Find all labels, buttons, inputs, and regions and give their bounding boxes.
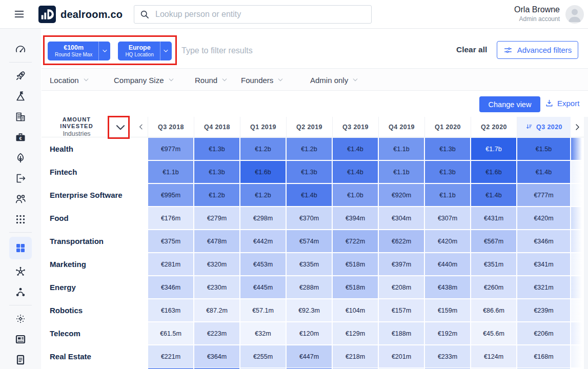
clear-all-button[interactable]: Clear all <box>456 45 487 54</box>
heatmap-cell: €1.4b <box>332 137 378 160</box>
heatmap-cell: €159m <box>424 299 471 322</box>
column-header-q2-2019[interactable]: Q2 2019 <box>286 117 332 137</box>
column-header-q4-2019[interactable]: Q4 2019 <box>378 117 424 137</box>
heatmap-cell: €281m <box>148 253 194 276</box>
heatmap-cell: €1.0b <box>332 183 378 207</box>
quick-filter-company-size[interactable]: Company Size <box>114 69 175 91</box>
dashboard-grid-icon <box>14 242 27 254</box>
row-label-transportation[interactable]: Transportation <box>42 230 134 253</box>
user-role: Admin account <box>514 15 560 23</box>
investment-heatmap-table: AMOUNT INVESTED Industries Q3 2018Q4 201… <box>42 117 584 369</box>
sidebar-item-news[interactable] <box>9 329 32 350</box>
sidebar-item-grid-dots[interactable] <box>9 209 32 230</box>
sidebar-item-network[interactable] <box>9 261 32 282</box>
sidebar-item-dashboard-grid[interactable] <box>9 237 32 259</box>
heatmap-cell: €104m <box>332 299 378 322</box>
chevron-down-icon <box>102 48 108 54</box>
heatmap-cell: €61.5m <box>148 322 194 345</box>
heatmap-cell: €157m <box>378 299 424 322</box>
heatmap-cell: €341m <box>517 253 571 276</box>
sidebar-item-rocket[interactable] <box>9 66 32 86</box>
row-label-real-estate[interactable]: Real Estate <box>42 345 134 368</box>
column-header-q2-2020[interactable]: Q2 2020 <box>471 117 517 137</box>
heatmap-cell: €206m <box>517 322 571 345</box>
heatmap-cell: €1.4b <box>471 183 517 207</box>
quick-filter-location[interactable]: Location <box>50 69 90 91</box>
column-header-q3-2018[interactable]: Q3 2018 <box>148 117 194 137</box>
heatmap-cell: €129m <box>332 322 378 345</box>
heatmap-cell: €431m <box>471 207 517 230</box>
heatmap-cell: €176m <box>148 207 194 230</box>
chevron-down-icon[interactable] <box>114 121 127 134</box>
row-label-marketing[interactable]: Marketing <box>42 253 134 276</box>
sidebar-item-gauge[interactable] <box>9 39 32 59</box>
heatmap-cell: €1.5b <box>517 137 571 160</box>
filter-chip-1[interactable]: Europe HQ Location <box>118 42 172 60</box>
people-icon <box>14 193 27 205</box>
column-header-q1-2019[interactable]: Q1 2019 <box>240 117 286 137</box>
search-input[interactable] <box>154 9 366 19</box>
heatmap-cell: €977m <box>148 137 194 160</box>
scroll-left-button[interactable] <box>134 117 148 137</box>
heatmap-cell: €351m <box>471 253 517 276</box>
heatmap-cell: €1.2b <box>194 183 240 207</box>
sidebar-item-mountain-flag[interactable] <box>9 86 32 107</box>
change-view-button[interactable]: Change view <box>479 96 540 112</box>
partial-next-column-cell <box>571 299 584 322</box>
active-filter-chips: €100m Round Size Max Europe HQ Location <box>48 42 172 60</box>
sidebar-item-org-chart[interactable] <box>9 282 32 302</box>
partial-next-column-cell <box>571 207 584 230</box>
heatmap-cell: €1.4b <box>286 183 332 207</box>
briefcase-euro-icon: € <box>14 131 27 144</box>
logo[interactable]: dealroom.co <box>38 6 123 23</box>
document-icon <box>14 354 27 366</box>
column-header-q3-2020[interactable]: Q3 2020 <box>517 117 571 137</box>
sidebar-item-briefcase-euro[interactable]: € <box>9 127 32 148</box>
heatmap-cell: €397m <box>378 253 424 276</box>
column-header-q1-2020[interactable]: Q1 2020 <box>424 117 471 137</box>
partial-next-column-cell <box>571 253 584 276</box>
sidebar-item-exit-door[interactable] <box>9 168 32 189</box>
column-header-q4-2018[interactable]: Q4 2018 <box>194 117 240 137</box>
metric-title: AMOUNT INVESTED <box>53 116 100 130</box>
heatmap-cell: €298m <box>240 207 286 230</box>
user-block[interactable]: Orla Browne Admin account <box>514 5 560 23</box>
heatmap-cell: €375m <box>148 230 194 253</box>
quick-filter-round[interactable]: Round <box>195 69 228 91</box>
row-label-fintech[interactable]: Fintech <box>42 160 134 183</box>
grid-dots-icon <box>14 213 27 225</box>
column-header-q3-2019[interactable]: Q3 2019 <box>332 117 378 137</box>
quick-filter-founders[interactable]: Founders <box>241 69 284 91</box>
menu-icon[interactable] <box>12 9 26 19</box>
chip-caret-button[interactable] <box>98 42 110 60</box>
quick-filter-admin-only[interactable]: Admin only <box>310 69 359 91</box>
row-label-energy[interactable]: Energy <box>42 276 134 299</box>
heatmap-cell: €335m <box>286 253 332 276</box>
heatmap-cell: €279m <box>194 207 240 230</box>
scroll-right-button[interactable] <box>571 117 584 137</box>
chip-label: HQ Location <box>125 52 154 58</box>
avatar[interactable] <box>565 5 584 24</box>
filter-chip-0[interactable]: €100m Round Size Max <box>48 42 110 60</box>
export-button[interactable]: Export <box>545 99 579 108</box>
sidebar-item-dotted-grid[interactable] <box>9 309 32 329</box>
heatmap-cell: €622m <box>378 230 424 253</box>
sidebar-item-document[interactable] <box>9 350 32 369</box>
chip-caret-button[interactable] <box>160 42 172 60</box>
global-search[interactable] <box>134 5 372 24</box>
row-label-health[interactable]: Health <box>42 137 134 160</box>
heatmap-cell: €346m <box>517 230 571 253</box>
row-label-telecom[interactable]: Telecom <box>42 322 134 345</box>
type-to-filter-input[interactable] <box>180 43 396 58</box>
heatmap-cell: €518m <box>332 276 378 299</box>
sidebar-item-people[interactable] <box>9 189 32 209</box>
sidebar-item-building[interactable] <box>9 107 32 127</box>
sidebar-divider <box>9 305 32 305</box>
advanced-filters-button[interactable]: Advanced filters <box>497 41 578 59</box>
row-label-robotics[interactable]: Robotics <box>42 299 134 322</box>
row-label-enterprise-software[interactable]: Enterprise Software <box>42 183 134 207</box>
row-label-food[interactable]: Food <box>42 207 134 230</box>
org-chart-icon <box>14 286 27 298</box>
heatmap-cell: €307m <box>424 207 471 230</box>
sidebar-item-leaf[interactable] <box>9 148 32 168</box>
